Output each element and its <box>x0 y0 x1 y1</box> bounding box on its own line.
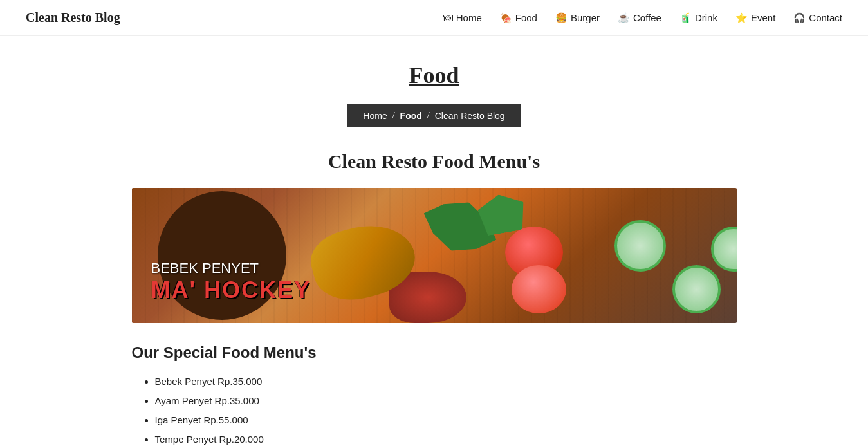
event-icon: ⭐ <box>735 12 748 24</box>
main-content: Food Home / Food / Clean Resto Blog Clea… <box>119 36 750 446</box>
hero-text-overlay: BEBEK PENYET MA' HOCKEY <box>151 260 311 304</box>
nav-link-food[interactable]: 🍖 Food <box>500 12 537 24</box>
nav-link-drink[interactable]: 🧃 Drink <box>679 12 717 24</box>
breadcrumb-separator-1: / <box>392 111 395 121</box>
section-title: Clean Resto Food Menu's <box>132 151 737 172</box>
breadcrumb: Home / Food / Clean Resto Blog <box>347 104 520 127</box>
nav-item-event[interactable]: ⭐ Event <box>735 12 775 24</box>
nav-link-burger[interactable]: 🍔 Burger <box>555 12 600 24</box>
list-item: Bebek Penyet Rp.35.000 <box>155 372 737 391</box>
hero-text-line2: MA' HOCKEY <box>151 277 311 304</box>
hero-text-line1: BEBEK PENYET <box>151 260 311 277</box>
list-item: Tempe Penyet Rp.20.000 <box>155 430 737 446</box>
drink-icon: 🧃 <box>679 12 692 24</box>
tomato-shape-2 <box>512 265 566 313</box>
hero-image: BEBEK PENYET MA' HOCKEY <box>132 188 737 323</box>
breadcrumb-home-link[interactable]: Home <box>363 111 387 121</box>
menu-section: Our Special Food Menu's Bebek Penyet Rp.… <box>132 344 737 446</box>
menu-section-title: Our Special Food Menu's <box>132 344 737 362</box>
nav-item-home[interactable]: 🍽 Home <box>443 12 482 23</box>
page-title: Food <box>132 62 737 89</box>
cucumber-shape-1 <box>614 220 666 272</box>
nav-item-coffee[interactable]: ☕ Coffee <box>618 12 661 24</box>
nav-link-coffee[interactable]: ☕ Coffee <box>618 12 661 24</box>
nav-item-food[interactable]: 🍖 Food <box>500 12 537 24</box>
nav-item-burger[interactable]: 🍔 Burger <box>555 12 600 24</box>
list-item: Ayam Penyet Rp.35.000 <box>155 391 737 411</box>
food-icon: 🍖 <box>500 12 512 24</box>
nav-item-drink[interactable]: 🧃 Drink <box>679 12 717 24</box>
nav-item-contact[interactable]: 🎧 Contact <box>793 12 842 24</box>
breadcrumb-container: Home / Food / Clean Resto Blog <box>132 104 737 127</box>
nav-link-contact[interactable]: 🎧 Contact <box>793 12 842 24</box>
contact-icon: 🎧 <box>793 12 806 24</box>
burger-icon: 🍔 <box>555 12 568 24</box>
home-icon: 🍽 <box>443 12 453 23</box>
navbar: Clean Resto Blog 🍽 Home 🍖 Food 🍔 Burger … <box>0 0 868 36</box>
nav-link-home[interactable]: 🍽 Home <box>443 12 482 23</box>
menu-list: Bebek Penyet Rp.35.000 Ayam Penyet Rp.35… <box>132 372 737 446</box>
breadcrumb-separator-2: / <box>427 111 430 121</box>
list-item: Iga Penyet Rp.55.000 <box>155 411 737 430</box>
nav-links: 🍽 Home 🍖 Food 🍔 Burger ☕ Coffee 🧃 <box>443 12 842 24</box>
cucumber-shape-2 <box>672 265 721 313</box>
coffee-icon: ☕ <box>618 12 630 24</box>
breadcrumb-current: Food <box>400 111 422 121</box>
hero-background: BEBEK PENYET MA' HOCKEY <box>132 188 737 323</box>
breadcrumb-blog: Clean Resto Blog <box>435 111 505 121</box>
nav-link-event[interactable]: ⭐ Event <box>735 12 775 24</box>
brand-logo[interactable]: Clean Resto Blog <box>26 10 120 25</box>
